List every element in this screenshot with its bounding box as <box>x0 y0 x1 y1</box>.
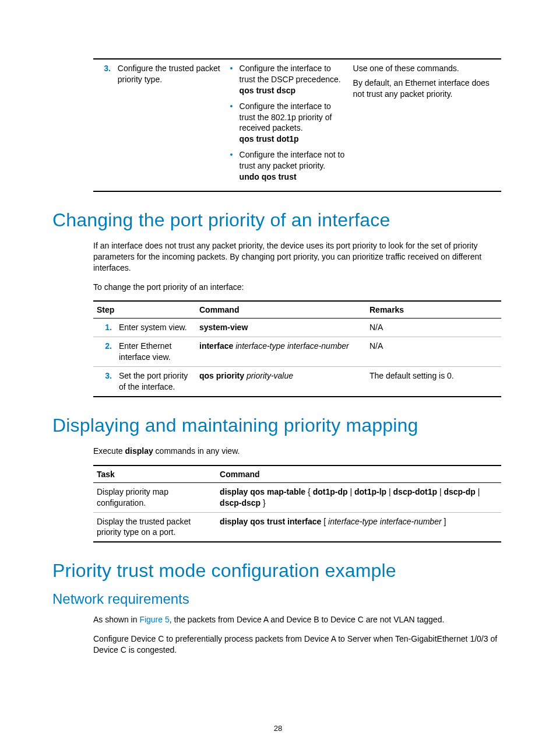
cmd-opt: dot1p-dp <box>313 487 348 496</box>
table-row: 2. Enter Ethernet interface view. interf… <box>93 337 501 367</box>
cmd-text: interface <box>199 341 233 351</box>
trusted-priority-table: 3. Configure the trusted packet priority… <box>93 58 501 192</box>
col-header-command: Command <box>196 301 366 318</box>
heading-displaying-maintaining: Displaying and maintaining priority mapp… <box>52 415 504 436</box>
col-header-command: Command <box>216 466 501 483</box>
cmd-text: display qos map-table <box>220 487 305 496</box>
remark-line: By default, an Ethernet interface does n… <box>353 78 498 100</box>
heading-config-example: Priority trust mode configuration exampl… <box>52 560 504 582</box>
step-number: 3. <box>93 367 115 397</box>
task-cell: Display priority map configuration. <box>93 482 216 512</box>
cmd-text: qos priority <box>199 371 244 380</box>
remarks-cell: Use one of these commands. By default, a… <box>350 59 501 191</box>
cmd-opt: dscp-dscp <box>220 498 261 508</box>
remarks-cell: The default setting is 0. <box>366 367 501 397</box>
cmd-text: system-view <box>199 323 248 332</box>
table-header-row: Task Command <box>93 466 501 483</box>
text: | <box>386 487 393 496</box>
step-number: 2. <box>93 337 115 367</box>
command-cell: display qos map-table { dot1p-dp | dot1p… <box>216 482 501 512</box>
cmd-arg: interface-type interface-number <box>233 341 349 351</box>
cmd-desc: Configure the interface to trust the 802… <box>240 102 332 133</box>
text: | <box>348 487 354 496</box>
remarks-cell: N/A <box>366 318 501 337</box>
cmd-text: qos trust dscp <box>240 86 295 95</box>
cmd-arg: priority-value <box>244 371 293 380</box>
step-desc: Enter system view. <box>115 318 196 337</box>
step-number: 1. <box>93 318 115 337</box>
col-header-task: Task <box>93 466 216 483</box>
paragraph: Execute display commands in any view. <box>93 446 504 457</box>
table-row: 1. Enter system view. system-view N/A <box>93 318 501 337</box>
paragraph: If an interface does not trust any packe… <box>93 240 504 274</box>
text: As shown in <box>93 615 139 624</box>
cmd-text: display qos trust interface <box>220 517 321 526</box>
list-item: Configure the interface to trust the DSC… <box>229 63 346 96</box>
heading-changing-port-priority: Changing the port priority of an interfa… <box>52 209 504 231</box>
step-desc: Set the port priority of the interface. <box>115 367 196 397</box>
paragraph: As shown in Figure 5, the packets from D… <box>93 614 504 625</box>
cmd-opt: dscp-dot1p <box>393 487 437 496</box>
text-bold: display <box>125 446 153 456</box>
port-priority-table: Step Command Remarks 1. Enter system vie… <box>93 300 501 397</box>
remark-line: Use one of these commands. <box>353 63 498 74</box>
cmd-desc: Configure the interface not to trust any… <box>240 150 345 170</box>
page-content: 3. Configure the trusted packet priority… <box>0 0 556 656</box>
table-header-row: Step Command Remarks <box>93 301 501 318</box>
command-cell: display qos trust interface [ interface-… <box>216 512 501 542</box>
text: , the packets from Device A and Device B… <box>170 615 445 624</box>
text: } <box>261 498 266 508</box>
paragraph: To change the port priority of an interf… <box>93 282 504 293</box>
text: Execute <box>93 446 125 456</box>
paragraph: Configure Device C to preferentially pro… <box>93 634 504 656</box>
table-row: 3. Set the port priority of the interfac… <box>93 367 501 397</box>
command-cell: system-view <box>196 318 366 337</box>
text: { <box>305 487 312 496</box>
cmd-desc: Configure the interface to trust the DSC… <box>240 64 341 84</box>
step-desc: Enter Ethernet interface view. <box>115 337 196 367</box>
col-header-remarks: Remarks <box>366 301 501 318</box>
command-cell: qos priority priority-value <box>196 367 366 397</box>
step-desc: Configure the trusted packet priority ty… <box>114 59 226 191</box>
text: [ <box>321 517 328 526</box>
cmd-text: undo qos trust <box>240 172 297 181</box>
command-cell: interface interface-type interface-numbe… <box>196 337 366 367</box>
command-cell: Configure the interface to trust the DSC… <box>226 59 350 191</box>
text: | <box>437 487 444 496</box>
text: ] <box>442 517 446 526</box>
display-commands-table: Task Command Display priority map config… <box>93 465 501 543</box>
cmd-opt: dot1p-lp <box>354 487 386 496</box>
table-row: Display the trusted packet priority type… <box>93 512 501 542</box>
list-item: Configure the interface not to trust any… <box>229 149 346 183</box>
table-row: Display priority map configuration. disp… <box>93 482 501 512</box>
text: commands in any view. <box>153 446 240 456</box>
cmd-opt: dscp-dp <box>444 487 475 496</box>
heading-network-requirements: Network requirements <box>52 591 504 607</box>
text: | <box>476 487 480 496</box>
page-number: 28 <box>0 724 556 733</box>
col-header-step: Step <box>93 301 196 318</box>
table-row: 3. Configure the trusted packet priority… <box>93 59 501 191</box>
step-number: 3. <box>93 59 114 191</box>
task-cell: Display the trusted packet priority type… <box>93 512 216 542</box>
cmd-arg: interface-type interface-number <box>328 517 442 526</box>
figure-link[interactable]: Figure 5 <box>139 615 169 624</box>
list-item: Configure the interface to trust the 802… <box>229 101 346 145</box>
remarks-cell: N/A <box>366 337 501 367</box>
cmd-text: qos trust dot1p <box>240 134 299 144</box>
